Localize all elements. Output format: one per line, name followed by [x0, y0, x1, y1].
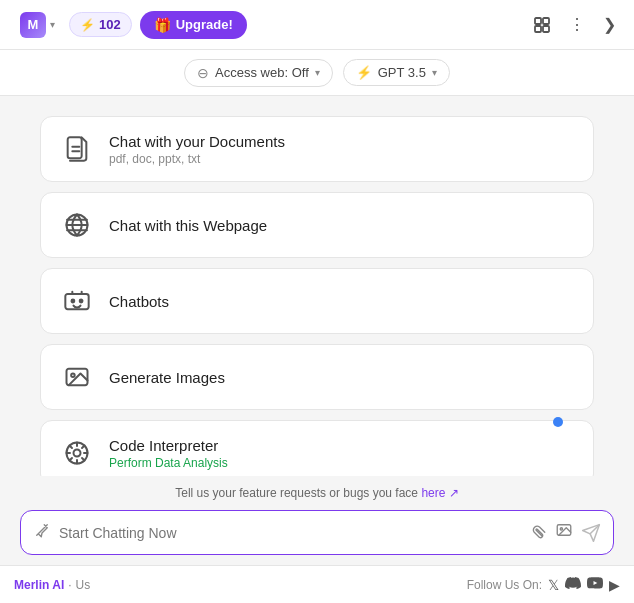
twitter-icon[interactable]: 𝕏: [548, 577, 559, 593]
credits-badge[interactable]: ⚡ 102: [69, 12, 132, 37]
logo-button[interactable]: M ▾: [14, 8, 61, 42]
bottom-right: Follow Us On: 𝕏 ▶: [467, 575, 620, 594]
feature-subtitle-documents: pdf, doc, pptx, txt: [109, 152, 285, 166]
main-content: Chat with your Documents pdf, doc, pptx,…: [0, 96, 634, 476]
model-chevron-icon: ▾: [432, 67, 437, 78]
svg-rect-3: [543, 26, 549, 32]
forward-button[interactable]: ❯: [599, 11, 620, 38]
bottom-bar: Merlin AI · Us Follow Us On: 𝕏 ▶: [0, 565, 634, 603]
feature-text-documents: Chat with your Documents pdf, doc, pptx,…: [109, 133, 285, 166]
feature-card-chatbots[interactable]: Chatbots: [40, 268, 594, 334]
follow-label: Follow Us On:: [467, 578, 542, 592]
more-options-button[interactable]: ⋮: [565, 11, 589, 38]
bolt-icon: ⚡: [80, 18, 95, 32]
model-label: GPT 3.5: [378, 65, 426, 80]
send-button[interactable]: [581, 523, 601, 543]
feature-title-code: Code Interpreter: [109, 437, 228, 454]
top-bar-right: ⋮ ❯: [529, 11, 620, 38]
upgrade-label: Upgrade!: [176, 17, 233, 32]
more-icon: ⋮: [569, 15, 585, 34]
pin-icon[interactable]: [33, 521, 51, 544]
footer-area: Tell us your feature requests or bugs yo…: [0, 476, 634, 565]
upgrade-button[interactable]: 🎁 Upgrade!: [140, 11, 247, 39]
play-icon[interactable]: ▶: [609, 577, 620, 593]
model-bolt-icon: ⚡: [356, 65, 372, 80]
discord-icon[interactable]: [565, 575, 581, 594]
chat-input-container: [20, 510, 614, 555]
expand-icon: [533, 16, 551, 34]
svg-point-17: [74, 450, 81, 457]
new-dot-indicator: [553, 417, 563, 427]
top-bar-left: M ▾ ⚡ 102 🎁 Upgrade!: [14, 8, 247, 42]
credits-count: 102: [99, 17, 121, 32]
feedback-text: Tell us your feature requests or bugs yo…: [20, 486, 614, 500]
brand-us: Us: [76, 578, 91, 592]
image-upload-icon[interactable]: [555, 521, 573, 544]
chat-input[interactable]: [59, 525, 521, 541]
access-chevron-icon: ▾: [315, 67, 320, 78]
attachment-icon[interactable]: [529, 521, 547, 544]
document-icon: [59, 131, 95, 167]
forward-icon: ❯: [603, 15, 616, 34]
feature-title-documents: Chat with your Documents: [109, 133, 285, 150]
second-bar: ⊖ Access web: Off ▾ ⚡ GPT 3.5 ▾: [0, 50, 634, 96]
feature-text-chatbots: Chatbots: [109, 293, 169, 310]
youtube-icon[interactable]: [587, 575, 603, 594]
feature-text-webpage: Chat with this Webpage: [109, 217, 267, 234]
access-web-button[interactable]: ⊖ Access web: Off ▾: [184, 59, 333, 87]
svg-rect-0: [535, 18, 541, 24]
feature-card-code[interactable]: Code Interpreter Perform Data Analysis: [40, 420, 594, 476]
feedback-link[interactable]: here ↗: [421, 486, 458, 500]
brand-name: Merlin AI: [14, 578, 64, 592]
feature-card-webpage[interactable]: Chat with this Webpage: [40, 192, 594, 258]
feature-subtitle-code: Perform Data Analysis: [109, 456, 228, 470]
brand-suffix: ·: [68, 578, 71, 592]
feature-text-images: Generate Images: [109, 369, 225, 386]
model-selector-button[interactable]: ⚡ GPT 3.5 ▾: [343, 59, 450, 86]
expand-button[interactable]: [529, 12, 555, 38]
svg-point-13: [80, 300, 83, 303]
access-web-icon: ⊖: [197, 65, 209, 81]
svg-rect-2: [535, 26, 541, 32]
svg-rect-1: [543, 18, 549, 24]
globe-icon: [59, 207, 95, 243]
merlin-logo-icon: M: [20, 12, 46, 38]
chat-input-icons: [529, 521, 573, 544]
feature-title-webpage: Chat with this Webpage: [109, 217, 267, 234]
logo-chevron-icon: ▾: [50, 19, 55, 30]
top-bar: M ▾ ⚡ 102 🎁 Upgrade! ⋮ ❯: [0, 0, 634, 50]
feature-title-images: Generate Images: [109, 369, 225, 386]
svg-rect-4: [68, 137, 82, 158]
feature-title-chatbots: Chatbots: [109, 293, 169, 310]
feature-card-documents[interactable]: Chat with your Documents pdf, doc, pptx,…: [40, 116, 594, 182]
image-icon: [59, 359, 95, 395]
feature-text-code: Code Interpreter Perform Data Analysis: [109, 437, 228, 470]
svg-point-19: [560, 528, 562, 530]
code-icon: [59, 435, 95, 471]
bottom-left: Merlin AI · Us: [14, 578, 90, 592]
svg-point-15: [71, 374, 75, 378]
feature-card-images[interactable]: Generate Images: [40, 344, 594, 410]
access-web-label: Access web: Off: [215, 65, 309, 80]
chatbot-icon: [59, 283, 95, 319]
svg-point-12: [72, 300, 75, 303]
gift-icon: 🎁: [154, 17, 171, 33]
